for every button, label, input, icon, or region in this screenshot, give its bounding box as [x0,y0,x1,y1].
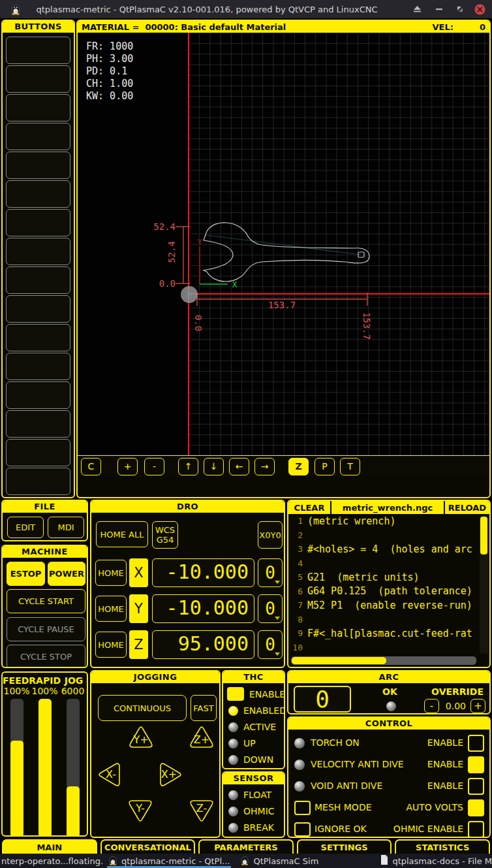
chevron-down-icon [275,652,280,656]
wcs-line2: G54 [157,535,174,545]
pan-left-button[interactable]: ← [229,458,249,475]
clear-plot-button[interactable]: C [81,458,101,475]
axis-x-letter[interactable]: X [129,558,148,587]
override-plus-button[interactable]: + [470,699,485,713]
gcode-listing[interactable]: 1(metric wrench) 2 3#<holes> = 4 (holes … [288,514,489,655]
user-button-10[interactable] [6,295,70,323]
user-button-9[interactable] [6,266,70,294]
jog-continuous-button[interactable]: CONTINUOUS [98,695,187,721]
home-x-button[interactable]: HOME [95,560,127,586]
auto-volts-label: AUTO VOLTS [406,802,463,812]
p-view-button[interactable]: P [315,458,335,475]
ignore-ok-checkbox[interactable] [294,822,311,837]
wcs-button[interactable]: WCS G54 [152,521,178,549]
thc-enable-checkbox[interactable] [227,687,244,701]
gcode-preview-plot[interactable]: FR: 1000 PH: 3.00 PD: 0.1 CH: 1.00 KW: 0… [78,33,489,477]
torch-on-led [294,738,305,748]
torch-enable-checkbox[interactable] [468,735,484,752]
axis-z-letter[interactable]: Z [129,630,148,659]
cycle-start-button[interactable]: CYCLE START [7,589,85,613]
taskbar-item-filemanager[interactable]: qtplasmac-docs - File M [375,854,492,868]
t-view-button[interactable]: T [340,458,360,475]
restore-window-icon[interactable] [455,4,465,14]
taskbar-item-sim[interactable]: QtPlasmaC Sim [235,854,324,868]
pan-down-button[interactable]: ↓ [204,458,224,475]
user-button-6[interactable] [6,180,70,208]
user-button-3[interactable] [6,94,70,121]
home-all-button[interactable]: HOME ALL [96,521,148,547]
material-text[interactable]: MATERIAL = 00000: Basic default Material [82,22,286,32]
user-button-2[interactable] [6,65,70,93]
home-z-button[interactable]: HOME [95,632,127,658]
gcode-horizontal-scrollbar[interactable] [291,656,476,665]
taskbar-item-terminal[interactable]: nterp-operato...floating... [0,854,103,868]
gcode-vertical-scrollbar[interactable] [480,515,488,654]
override-minus-button[interactable]: - [424,699,439,713]
pan-right-button[interactable]: → [254,458,275,475]
user-button-16[interactable] [6,468,70,495]
x-offset-spinner[interactable]: 0 [258,558,283,587]
edit-button[interactable]: EDIT [7,517,44,538]
clear-file-button[interactable]: CLEAR [288,501,330,514]
shade-window-icon[interactable] [412,4,422,14]
user-button-4[interactable] [6,123,70,150]
y-offset-value: 0 [265,599,275,619]
mdi-button[interactable]: MDI [48,517,84,538]
tab-settings[interactable]: SETTINGS [297,839,392,854]
jog-x-minus-button[interactable]: X- [95,760,123,789]
close-window-icon[interactable] [474,3,485,15]
thc-panel: THC ENABLE ENABLED ACTIVE UP DOWN [222,670,285,769]
home-y-button[interactable]: HOME [95,596,127,622]
title-bar: qtplasmac-metric - QtPlasmaC v2.10-001.0… [0,0,492,18]
x0y0-button[interactable]: X0Y0 [258,521,283,549]
torch-on-label: TORCH ON [311,737,360,748]
feed-override-slider[interactable] [10,699,23,837]
estop-button[interactable]: ESTOP [7,562,45,586]
jog-y-plus-button[interactable]: Y+ [127,722,155,751]
mesh-mode-checkbox[interactable] [294,801,311,815]
pan-up-button[interactable]: ↑ [178,458,198,475]
user-button-8[interactable] [6,238,70,265]
tab-main[interactable]: MAIN [2,839,97,854]
user-button-12[interactable] [6,353,70,380]
velocity-enable-checkbox[interactable] [468,756,484,773]
jog-x-plus-button[interactable]: X+ [157,760,185,789]
zoom-in-button[interactable]: + [117,458,138,475]
zoom-out-button[interactable]: - [144,458,164,475]
taskbar-item-qtplasmac[interactable]: qtplasmac-metric - QtPl... [103,854,235,868]
user-button-5[interactable] [6,152,70,179]
jog-z-minus-button[interactable]: Z- [187,797,216,826]
minimize-window-icon[interactable] [434,4,444,14]
chevron-down-icon [275,617,280,620]
loaded-filename[interactable]: metric_wrench.ngc [331,501,444,514]
power-button[interactable]: POWER [48,562,85,586]
jog-speed-slider[interactable] [67,699,80,837]
override-value: 0.00 [446,701,466,711]
user-button-15[interactable] [6,439,70,466]
user-button-1[interactable] [6,37,70,64]
reload-file-button[interactable]: RELOAD [445,501,489,514]
void-enable-checkbox[interactable] [468,778,484,795]
y-offset-spinner[interactable]: 0 [258,594,283,623]
z-view-button[interactable]: Z [288,458,309,475]
user-button-7[interactable] [6,209,70,236]
auto-volts-checkbox[interactable] [468,799,484,816]
jog-z-plus-button[interactable]: Z+ [187,722,216,751]
user-button-13[interactable] [6,381,70,409]
rapid-override-slider[interactable] [38,699,52,837]
file-panel-title: FILE [3,501,87,513]
z-offset-spinner[interactable]: 0 [258,630,283,659]
user-button-11[interactable] [6,324,70,351]
jog-fast-button[interactable]: FAST [191,695,217,721]
tab-conversational[interactable]: CONVERSATIONAL [100,839,196,854]
cycle-stop-button[interactable]: CYCLE STOP [7,645,85,668]
cycle-pause-button[interactable]: CYCLE PAUSE [7,617,85,641]
jog-y-minus-button[interactable]: Y- [126,797,155,826]
user-button-14[interactable] [6,410,70,438]
ohmic-enable-checkbox[interactable] [468,821,484,838]
dimension-lines-vertical [176,227,190,283]
void-anti-dive-led [294,781,305,792]
tab-statistics[interactable]: STATISTICS [395,839,490,854]
axis-y-letter[interactable]: Y [129,594,148,623]
tab-parameters[interactable]: PARAMETERS [198,839,294,854]
